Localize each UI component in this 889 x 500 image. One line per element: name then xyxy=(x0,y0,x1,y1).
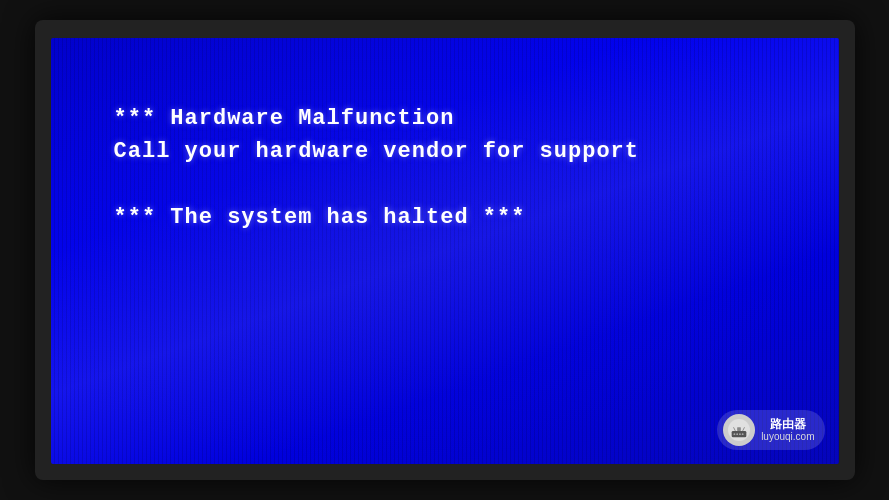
bsod-content: *** Hardware Malfunction Call your hardw… xyxy=(114,102,776,234)
svg-point-2 xyxy=(734,433,736,435)
watermark-site-url: luyouqi.com xyxy=(761,431,814,443)
svg-point-4 xyxy=(739,433,741,435)
bsod-line-3: *** The system has halted *** xyxy=(114,201,776,234)
svg-rect-6 xyxy=(737,427,741,431)
svg-point-5 xyxy=(742,433,744,435)
watermark-text-block: 路由器 luyouqi.com xyxy=(761,417,814,443)
watermark-icon xyxy=(723,414,755,446)
watermark-site-name: 路由器 xyxy=(761,417,814,431)
watermark: 路由器 luyouqi.com xyxy=(717,410,824,450)
photo-frame: *** Hardware Malfunction Call your hardw… xyxy=(0,0,889,500)
laptop-bezel: *** Hardware Malfunction Call your hardw… xyxy=(35,20,855,480)
bsod-spacer xyxy=(114,168,776,201)
bsod-line-1: *** Hardware Malfunction xyxy=(114,102,776,135)
bsod-screen: *** Hardware Malfunction Call your hardw… xyxy=(51,38,839,464)
bsod-line-2: Call your hardware vendor for support xyxy=(114,135,776,168)
svg-point-3 xyxy=(736,433,738,435)
